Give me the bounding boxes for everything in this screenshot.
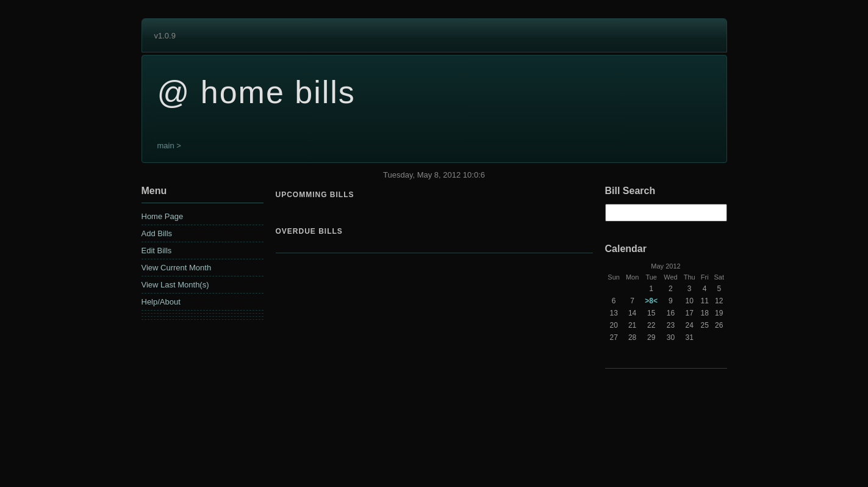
content-area: UPCOMMING BILLS OVERDUE BILLS [276, 186, 593, 265]
calendar-month-header: May 2012 [605, 261, 727, 272]
calendar-title: Calendar [605, 244, 727, 254]
calendar-day: 13 [605, 307, 623, 319]
calendar-dow-row: SunMonTueWedThuFriSat [605, 272, 727, 283]
calendar-day: 31 [681, 331, 698, 344]
calendar-day: 2 [661, 283, 681, 295]
calendar-section: Calendar May 2012 SunMonTueWedThuFriSat … [605, 244, 727, 344]
calendar-week-row: 67>8<9101112 [605, 295, 727, 307]
calendar-dow-sat: Sat [711, 272, 727, 283]
sidebar-item-help-about[interactable]: Help/About [142, 294, 264, 311]
sidebar: Menu Home Page Add Bills Edit Bills View… [142, 186, 264, 322]
menu-title: Menu [142, 186, 264, 197]
calendar-day: 27 [605, 331, 623, 344]
calendar-day [623, 283, 642, 295]
calendar-day: 14 [623, 307, 642, 319]
calendar-week-row: 2728293031 [605, 331, 727, 344]
sidebar-item-edit-bills[interactable]: Edit Bills [142, 242, 264, 259]
sidebar-item-view-last-months[interactable]: View Last Month(s) [142, 276, 264, 294]
version-bar: v1.0.9 [142, 18, 727, 52]
calendar-table: May 2012 SunMonTueWedThuFriSat 1234567>8… [605, 261, 727, 344]
sidebar-item-home-page[interactable]: Home Page [142, 208, 264, 225]
sidebar-divider [142, 203, 264, 203]
app-title: @ home bills [157, 74, 711, 110]
main-layout: Menu Home Page Add Bills Edit Bills View… [142, 186, 727, 369]
calendar-day: 1 [642, 283, 661, 295]
content-divider [276, 253, 593, 253]
datetime-text: Tuesday, May 8, 2012 10:0:6 [383, 170, 485, 179]
calendar-day: 26 [711, 319, 727, 331]
calendar-day: 28 [623, 331, 642, 344]
header-banner: @ home bills main > [142, 55, 727, 163]
menu-spacer-2 [142, 316, 264, 317]
calendar-day [605, 283, 623, 295]
calendar-day: 29 [642, 331, 661, 344]
calendar-dow-sun: Sun [605, 272, 623, 283]
calendar-day: 30 [661, 331, 681, 344]
bill-search-input[interactable] [605, 204, 727, 222]
calendar-day [711, 331, 727, 344]
calendar-day: 19 [711, 307, 727, 319]
calendar-day: 18 [698, 307, 711, 319]
calendar-day: 21 [623, 319, 642, 331]
calendar-day: 17 [681, 307, 698, 319]
version-text: v1.0.9 [154, 31, 176, 40]
calendar-day: 20 [605, 319, 623, 331]
calendar-dow-thu: Thu [681, 272, 698, 283]
calendar-body: 1234567>8<910111213141516171819202122232… [605, 283, 727, 344]
datetime-bar: Tuesday, May 8, 2012 10:0:6 [142, 164, 727, 186]
calendar-week-row: 13141516171819 [605, 307, 727, 319]
calendar-day: 15 [642, 307, 661, 319]
calendar-day: 6 [605, 295, 623, 307]
calendar-dow-tue: Tue [642, 272, 661, 283]
calendar-day [698, 331, 711, 344]
calendar-week-row: 12345 [605, 283, 727, 295]
menu-spacer-1 [142, 313, 264, 314]
calendar-day: 12 [711, 295, 727, 307]
calendar-day: 16 [661, 307, 681, 319]
calendar-day: 23 [661, 319, 681, 331]
calendar-day: 7 [623, 295, 642, 307]
calendar-day: 24 [681, 319, 698, 331]
calendar-day: 11 [698, 295, 711, 307]
calendar-dow-wed: Wed [661, 272, 681, 283]
menu-spacer-3 [142, 319, 264, 320]
breadcrumb: main > [157, 141, 711, 150]
calendar-day: 9 [661, 295, 681, 307]
calendar-day: >8< [642, 295, 661, 307]
calendar-day: 3 [681, 283, 698, 295]
upcoming-bills-label: UPCOMMING BILLS [276, 186, 593, 204]
calendar-dow-mon: Mon [623, 272, 642, 283]
calendar-day: 5 [711, 283, 727, 295]
bill-search-title: Bill Search [605, 186, 727, 197]
calendar-week-row: 20212223242526 [605, 319, 727, 331]
calendar-dow-fri: Fri [698, 272, 711, 283]
right-panel-divider [605, 368, 727, 369]
calendar-day: 22 [642, 319, 661, 331]
calendar-day: 25 [698, 319, 711, 331]
sidebar-item-add-bills[interactable]: Add Bills [142, 225, 264, 242]
overdue-bills-label: OVERDUE BILLS [276, 222, 593, 240]
calendar-day: 4 [698, 283, 711, 295]
sidebar-item-view-current-month[interactable]: View Current Month [142, 259, 264, 276]
calendar-day: 10 [681, 295, 698, 307]
right-panel: Bill Search Calendar May 2012 SunMonTueW… [605, 186, 727, 369]
